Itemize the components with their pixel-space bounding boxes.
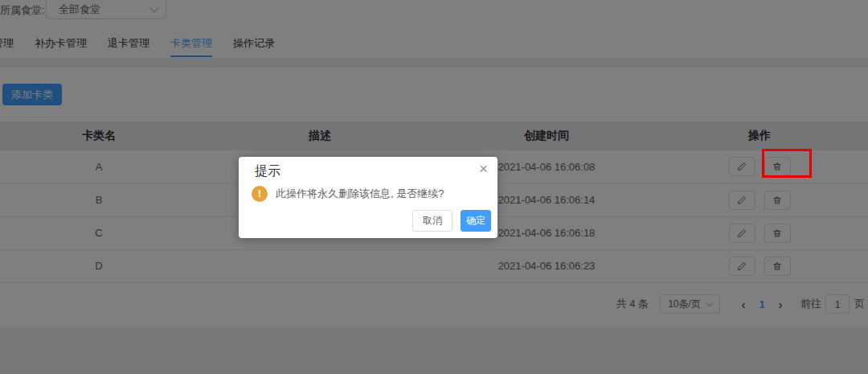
confirm-button[interactable]: 确定 bbox=[461, 210, 491, 232]
dialog-title: 提示 bbox=[255, 163, 280, 180]
dialog-content: ! 此操作将永久删除该信息, 是否继续? bbox=[252, 186, 444, 202]
dialog-message: 此操作将永久删除该信息, 是否继续? bbox=[276, 187, 444, 201]
cancel-button[interactable]: 取消 bbox=[412, 210, 452, 232]
close-icon[interactable]: × bbox=[479, 161, 488, 176]
card-management-screen: 所属食堂: 全部食堂 管理 补办卡管理 退卡管理 卡类管理 bbox=[0, 0, 868, 374]
confirm-delete-dialog: 提示 × ! 此操作将永久删除该信息, 是否继续? 取消 确定 bbox=[239, 157, 497, 238]
warning-icon: ! bbox=[252, 186, 268, 202]
